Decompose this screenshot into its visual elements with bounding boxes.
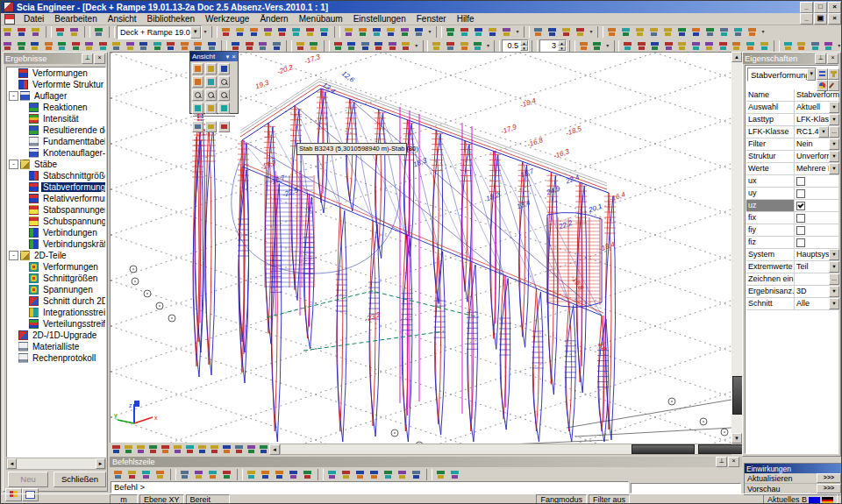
toolbar-icon[interactable] bbox=[289, 25, 303, 39]
snap-tool-icon[interactable] bbox=[301, 468, 315, 481]
chevron-down-icon[interactable]: ▼ bbox=[190, 26, 201, 39]
node-icon[interactable] bbox=[205, 76, 217, 88]
menu-menuebaum[interactable]: Menübaum bbox=[294, 13, 348, 25]
rotate-icon[interactable] bbox=[192, 103, 203, 114]
toolbar-icon[interactable] bbox=[303, 25, 318, 39]
zoom-out-icon[interactable] bbox=[192, 89, 203, 101]
checkbox[interactable] bbox=[796, 202, 805, 210]
chevron-down-icon[interactable]: ▼ bbox=[829, 261, 839, 273]
toolbar-icon[interactable] bbox=[345, 39, 359, 53]
property-row[interactable]: ux bbox=[746, 175, 839, 188]
view-x-icon[interactable] bbox=[192, 63, 203, 75]
property-row[interactable]: StrukturUnverformt▼ bbox=[746, 151, 839, 163]
count-spinner[interactable]: 3▴▾ bbox=[539, 39, 567, 53]
toolbar-icon[interactable] bbox=[294, 39, 308, 53]
tree-item[interactable]: 2D-/1D-Upgrade bbox=[7, 330, 105, 341]
chevron-down-icon[interactable]: ▼ bbox=[829, 102, 839, 113]
member-check-icon[interactable] bbox=[635, 39, 649, 53]
geometry-tool-icon[interactable] bbox=[500, 25, 514, 39]
property-row[interactable]: NameStabverformungen bbox=[746, 89, 839, 102]
property-row[interactable]: WerteMehrere Kompo▼ bbox=[746, 163, 839, 175]
property-value[interactable]: Nein▼ bbox=[795, 138, 839, 150]
project-combo[interactable]: Deck + Rampe 19.01▼ bbox=[117, 25, 202, 39]
view-control-icon[interactable] bbox=[122, 443, 134, 456]
toolbar-icon[interactable] bbox=[332, 39, 346, 53]
select-tool-icon[interactable] bbox=[139, 468, 153, 481]
minimize-button[interactable]: _ bbox=[800, 2, 813, 13]
property-object-combo[interactable]: Stabverformungen (1) ▼ bbox=[747, 67, 817, 82]
zoom-window-icon[interactable] bbox=[205, 89, 217, 101]
status-unit[interactable]: m bbox=[110, 494, 138, 504]
tree-item[interactable]: Intensität bbox=[7, 113, 105, 124]
property-value[interactable] bbox=[795, 200, 839, 211]
status-plane[interactable]: Ebene XY bbox=[139, 494, 184, 504]
status-snap-mode[interactable]: Fangmodus bbox=[536, 494, 587, 504]
toolbar-icon[interactable] bbox=[219, 25, 233, 39]
toolbar-icon[interactable] bbox=[151, 39, 165, 53]
load-panel-icon[interactable] bbox=[717, 25, 731, 39]
result-tool-icon[interactable] bbox=[256, 39, 270, 53]
tree-item[interactable]: Verformungen bbox=[7, 261, 105, 273]
toolbar-icon[interactable] bbox=[55, 39, 69, 53]
member-check-icon[interactable] bbox=[730, 39, 744, 53]
filter-icon[interactable] bbox=[828, 68, 839, 80]
toolbar-icon[interactable] bbox=[275, 25, 289, 39]
property-row[interactable]: fiy bbox=[746, 224, 839, 237]
property-value[interactable]: Mehrere Kompo▼ bbox=[795, 163, 839, 174]
select-tool-icon[interactable] bbox=[125, 468, 139, 481]
toolbar-icon[interactable] bbox=[386, 39, 400, 53]
property-value[interactable] bbox=[795, 188, 839, 199]
checkbox[interactable] bbox=[796, 189, 805, 198]
restore-button[interactable]: □ bbox=[814, 2, 827, 13]
toolbar-icon[interactable] bbox=[781, 39, 796, 53]
tree-item[interactable]: Knotenauflager-Resultierenc bbox=[7, 147, 105, 159]
tree-item[interactable]: Verformungen bbox=[7, 67, 105, 79]
property-row[interactable]: SystemHauptsystem▼ bbox=[746, 249, 839, 261]
toolbar-icon[interactable] bbox=[430, 39, 444, 53]
pin-icon[interactable]: ⊥ bbox=[82, 53, 93, 64]
tree-item[interactable]: -Stäbe bbox=[7, 159, 105, 170]
coordinate-field[interactable] bbox=[631, 483, 741, 493]
toolbar-icon[interactable] bbox=[137, 39, 151, 53]
spin-down-icon[interactable]: ▾ bbox=[558, 46, 566, 51]
property-row[interactable]: LFK-KlasseRC1.4 Rampe▼... bbox=[746, 126, 839, 138]
axo-icon[interactable] bbox=[192, 76, 203, 88]
property-row[interactable]: FilterNein▼ bbox=[746, 138, 839, 151]
toolbar-icon[interactable] bbox=[560, 25, 574, 39]
member-check-icon[interactable] bbox=[717, 39, 731, 53]
member-check-icon[interactable] bbox=[621, 39, 635, 53]
close-icon[interactable]: × bbox=[827, 53, 838, 64]
snap-tool-icon[interactable] bbox=[287, 468, 301, 481]
view-control-icon[interactable] bbox=[208, 443, 220, 456]
toolbar-icon[interactable] bbox=[372, 39, 386, 53]
checkbox[interactable] bbox=[796, 226, 805, 235]
tree-item[interactable]: Stabschnittgrößen bbox=[7, 170, 105, 181]
menu-werkzeuge[interactable]: Werkzeuge bbox=[200, 13, 254, 25]
property-row[interactable]: SchnittAlle▼ bbox=[746, 298, 839, 310]
chevron-down-icon[interactable]: ▼ bbox=[818, 126, 829, 138]
snap-tool-icon[interactable] bbox=[273, 468, 287, 481]
tree-item[interactable]: Verbindungskräfte bbox=[7, 238, 105, 250]
toolbar-icon[interactable] bbox=[458, 39, 472, 53]
checkbox[interactable] bbox=[796, 177, 805, 186]
load-panel-icon[interactable] bbox=[746, 25, 760, 39]
view-control-icon[interactable] bbox=[171, 443, 183, 456]
chevron-down-icon[interactable]: ▾ bbox=[760, 26, 767, 38]
document-icon[interactable] bbox=[4, 14, 15, 25]
folder-icon[interactable] bbox=[448, 468, 462, 481]
result-tool-icon[interactable] bbox=[270, 39, 284, 53]
tree-item[interactable]: Fundamenttabelle bbox=[7, 136, 105, 147]
property-row[interactable]: Ergebnisanz...3D▼ bbox=[746, 286, 839, 298]
view-control-icon[interactable] bbox=[245, 443, 257, 456]
menu-fenster[interactable]: Fenster bbox=[411, 13, 452, 25]
member-check-icon[interactable] bbox=[689, 39, 703, 53]
property-row[interactable]: Zeichnen ein...... bbox=[746, 273, 839, 286]
toolbar-icon[interactable] bbox=[370, 25, 384, 39]
line-tool-icon[interactable] bbox=[178, 468, 192, 481]
toolbar-icon[interactable] bbox=[532, 25, 546, 39]
scroll-left-icon[interactable]: ◄ bbox=[269, 444, 280, 455]
scroll-down-icon[interactable]: ▼ bbox=[731, 433, 742, 444]
view-z-icon[interactable] bbox=[218, 63, 230, 75]
print-preview-icon[interactable] bbox=[356, 25, 370, 39]
load-panel-icon[interactable] bbox=[619, 25, 633, 39]
